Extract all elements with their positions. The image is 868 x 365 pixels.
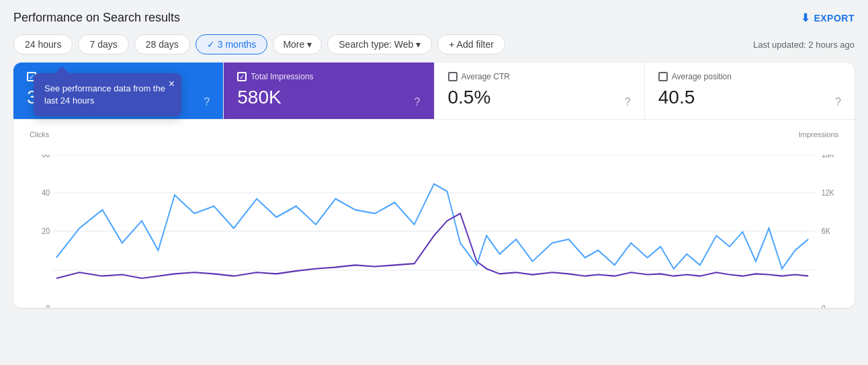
svg-text:12K: 12K — [822, 189, 834, 198]
export-icon: ⬇ — [801, 11, 810, 24]
metric-label-ctr: Average CTR — [462, 72, 510, 81]
last-updated-label: Last updated: 2 hours ago — [753, 40, 855, 50]
metric-help-impressions[interactable]: ? — [415, 96, 421, 108]
filter-7d[interactable]: 7 days — [78, 34, 128, 54]
metric-value-ctr: 0.5% — [448, 87, 491, 108]
svg-text:20: 20 — [42, 227, 50, 236]
filter-28d[interactable]: 28 days — [134, 34, 190, 54]
search-type-button[interactable]: Search type: Web ▾ — [327, 34, 432, 54]
metric-help-clicks[interactable]: ? — [204, 96, 210, 108]
metric-help-position[interactable]: ? — [835, 96, 841, 108]
chart-area: Clicks Impressions 60 40 20 0 18K 12K 6K — [13, 120, 855, 308]
metric-average-ctr[interactable]: Average CTR 0.5% ? — [435, 63, 645, 119]
svg-text:18K: 18K — [822, 155, 834, 159]
metric-value-impressions: 580K — [237, 87, 281, 108]
impressions-line — [56, 214, 808, 278]
checkmark-icon: ✓ — [207, 39, 215, 50]
metric-help-ctr[interactable]: ? — [625, 96, 631, 108]
svg-text:0: 0 — [822, 305, 826, 308]
tooltip-text: See performance data from the last 24 ho… — [44, 83, 171, 107]
metric-checkbox-ctr[interactable] — [448, 72, 458, 81]
svg-text:6K: 6K — [822, 227, 831, 236]
svg-text:0: 0 — [46, 305, 50, 308]
add-filter-button[interactable]: + Add filter — [437, 34, 505, 54]
filter-row: 24 hours 7 days 28 days ✓3 months More ▾… — [13, 34, 855, 54]
clicks-line — [56, 184, 808, 269]
chart-svg: 60 40 20 0 18K 12K 6K 0 — [27, 155, 841, 308]
metric-value-position: 40.5 — [658, 87, 695, 108]
page-title: Performance on Search results — [13, 11, 180, 25]
filter-24h[interactable]: 24 hours — [13, 34, 73, 54]
metric-label-impressions: Total Impressions — [251, 72, 313, 81]
y-left-label: Clicks — [30, 130, 49, 138]
main-card: × See performance data from the last 24 … — [13, 63, 855, 308]
y-right-label: Impressions — [799, 130, 838, 138]
filter-buttons: 24 hours 7 days 28 days ✓3 months More ▾… — [13, 34, 505, 54]
header-row: Performance on Search results ⬇ EXPORT — [13, 11, 855, 25]
tooltip-popup: × See performance data from the last 24 … — [34, 73, 181, 116]
page: Performance on Search results ⬇ EXPORT 2… — [0, 0, 868, 365]
metric-average-position[interactable]: Average position 40.5 ? — [645, 63, 855, 119]
chevron-down-icon: ▾ — [416, 39, 421, 50]
filter-more-button[interactable]: More ▾ — [273, 34, 322, 54]
metric-label-position: Average position — [672, 72, 732, 81]
tooltip-close-button[interactable]: × — [169, 79, 175, 89]
svg-text:60: 60 — [42, 155, 50, 159]
metric-total-impressions[interactable]: Total Impressions 580K ? — [224, 63, 434, 119]
export-button[interactable]: ⬇ EXPORT — [801, 11, 855, 24]
svg-text:40: 40 — [42, 189, 50, 198]
chevron-down-icon: ▾ — [307, 39, 312, 50]
metric-checkbox-position[interactable] — [658, 72, 668, 81]
filter-3months[interactable]: ✓3 months — [196, 34, 268, 54]
metric-checkbox-impressions[interactable] — [237, 72, 247, 81]
